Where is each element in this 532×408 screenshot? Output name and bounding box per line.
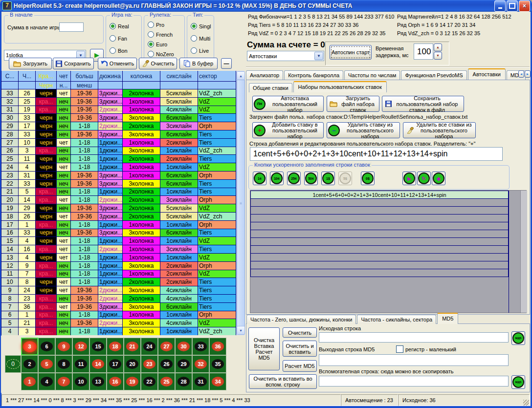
board-cell-30[interactable]: 30 xyxy=(175,338,192,355)
board-cell-23[interactable]: 23 xyxy=(141,355,158,373)
radio-wheel-euro[interactable]: Euro xyxy=(148,41,167,47)
md5-case-checkbox[interactable] xyxy=(396,345,403,353)
column-header[interactable]: сикслайн xyxy=(160,71,198,82)
table-row[interactable]: 3119кра...неч19-362дюжи...1колонка4сикла… xyxy=(1,106,237,114)
board-cell-14[interactable]: 14 xyxy=(89,355,107,373)
spinner-down-icon[interactable]: ▼ xyxy=(434,52,442,60)
board-cell-34[interactable]: 34 xyxy=(209,373,226,390)
table-row[interactable]: 117кра...неч1-181дюжи...1колонка2сиклайн… xyxy=(1,270,237,279)
chip-button-25c[interactable]: 25¢ xyxy=(287,172,301,185)
board-cell-7[interactable]: 7 xyxy=(55,373,72,390)
table-row[interactable]: 244чернчет1-181дюжи...1колонка1сиклайнVd… xyxy=(1,163,237,172)
board-cell-25[interactable]: 25 xyxy=(158,373,175,390)
table-row[interactable]: 736кра...чет19-363дюжи...3колонка6сиклай… xyxy=(1,303,237,311)
chip-button-1c[interactable]: 1¢ xyxy=(253,172,266,185)
chevron-down-icon[interactable]: ▼ xyxy=(314,52,323,60)
bets-list-empty-row[interactable] xyxy=(250,199,509,207)
start-sum-input[interactable] xyxy=(59,22,84,32)
title-bar[interactable]: 7 HelperRoullet 5.3- create helperroulle… xyxy=(0,0,532,12)
column-header[interactable]: чет xyxy=(57,71,71,82)
table-row[interactable]: 2511черннеч1-181дюжи...2колонка2сиклайнT… xyxy=(1,155,237,163)
column-header[interactable] xyxy=(98,82,123,89)
md5-calc-source-button[interactable]: МД5 xyxy=(511,331,525,345)
table-scrollbar[interactable]: ▲ ≡ ▼ xyxy=(236,71,244,335)
table-row[interactable]: 521кра...неч19-362дюжи...3колонка4сиклай… xyxy=(1,319,237,327)
shuffle-chip-button[interactable]: ◆ xyxy=(432,172,445,185)
board-cell-6[interactable]: 6 xyxy=(38,338,55,355)
bets-list-empty-row[interactable] xyxy=(250,269,509,277)
save-set-file-button[interactable]: Сохранить пользовательский набор ставок … xyxy=(382,96,464,112)
board-cell-16[interactable]: 16 xyxy=(107,373,124,390)
board-cell-2[interactable]: 2 xyxy=(21,355,38,373)
collapse-button[interactable]: — xyxy=(221,58,232,69)
remove-all-bets-button[interactable]: Удалить все ставки из пользовательского … xyxy=(403,122,476,138)
board-cell-5[interactable]: 5 xyxy=(38,355,55,373)
board-cell-18[interactable]: 18 xyxy=(107,338,124,355)
bets-list-empty-row[interactable] xyxy=(250,230,509,238)
board-cell-35[interactable]: 35 xyxy=(209,355,226,373)
table-row[interactable]: 3033черннеч19-363дюжи...3колонка6сиклайн… xyxy=(1,114,237,122)
radio-game-fan[interactable]: Fan xyxy=(110,35,127,42)
tab-scroll-right-icon[interactable]: ► xyxy=(525,70,531,78)
chip-button-0d[interactable]: 0$ xyxy=(361,172,375,185)
table-row[interactable]: 1929черннеч19-363дюжи...2колонка5сиклайн… xyxy=(1,204,237,213)
board-cell-13[interactable]: 13 xyxy=(89,373,107,390)
table-row[interactable]: 2331черннеч19-363дюжи...1колонка6сиклайн… xyxy=(1,172,237,180)
maximize-button[interactable] xyxy=(507,0,518,12)
board-cell-11[interactable]: 11 xyxy=(72,355,89,373)
spinner-up-icon[interactable]: ▲ xyxy=(434,43,442,51)
md5-clear-button[interactable]: Очистить xyxy=(283,327,317,338)
board-cell-24[interactable]: 24 xyxy=(141,338,158,355)
table-row[interactable]: 61кра...неч1-181дюжи...1колонка1сиклайнO… xyxy=(1,311,237,320)
spin-chip-button[interactable]: ▶ xyxy=(402,172,416,185)
board-cell-0[interactable]: 0 xyxy=(5,355,21,373)
column-header[interactable] xyxy=(1,82,19,89)
table-row[interactable]: 823кра...неч19-362дюжи...2колонка4сиклай… xyxy=(1,295,237,303)
repeat-chip-button[interactable]: ↻ xyxy=(417,172,431,185)
board-cell-22[interactable]: 22 xyxy=(141,373,158,390)
bet-string-input[interactable] xyxy=(250,147,503,161)
column-header[interactable]: С... xyxy=(1,71,19,82)
table-row[interactable]: 924чернчет19-362дюжи...3колонка4сиклайнT… xyxy=(1,286,237,295)
chip-button-50c[interactable]: 50¢ xyxy=(304,172,318,185)
bets-list-scrollbar[interactable] xyxy=(520,191,527,313)
board-cell-28[interactable]: 28 xyxy=(175,373,192,390)
board-cell-4[interactable]: 4 xyxy=(38,373,55,390)
md5-multi-button[interactable]: Очистка Вставка Расчет MD5 xyxy=(248,327,280,370)
chip-button-1d[interactable]: 1$ xyxy=(321,172,335,185)
subtab-общие-ставки[interactable]: Общие ставки xyxy=(249,83,292,92)
radio-type-multi[interactable]: Multi xyxy=(191,35,210,42)
autobet-user-set-button[interactable]: ПН Автоставка пользовательский набор xyxy=(252,96,324,112)
column-header[interactable]: колонка xyxy=(123,71,160,82)
add-bet-button[interactable]: + Добавить ставку в пользовательский наб… xyxy=(252,122,324,138)
table-row[interactable]: 129кра...неч1-181дюжи...3колонка2сиклайн… xyxy=(1,262,237,270)
board-cell-20[interactable]: 20 xyxy=(124,355,141,373)
clear-button[interactable]: Очистить xyxy=(139,58,177,69)
board-cell-15[interactable]: 15 xyxy=(89,338,107,355)
board-cell-32[interactable]: 32 xyxy=(192,355,209,373)
column-header[interactable] xyxy=(19,82,36,89)
board-cell-3[interactable]: 3 xyxy=(21,338,38,355)
tab-частоты-по-числам[interactable]: Частоты по числам xyxy=(344,70,400,80)
board-cell-29[interactable]: 29 xyxy=(175,355,192,373)
board-cell-10[interactable]: 10 xyxy=(72,373,89,390)
column-header[interactable]: сектор xyxy=(198,71,236,82)
md5-helper-input[interactable] xyxy=(319,376,509,387)
radio-type-live[interactable]: Live xyxy=(191,47,209,54)
board-cell-19[interactable]: 19 xyxy=(124,373,141,390)
remove-bet-button[interactable]: – Удалить ставку из пользовательского на… xyxy=(327,122,400,138)
table-row[interactable]: 1416кра...чет1-182дюжи...1колонка3сиклай… xyxy=(1,245,237,254)
table-row[interactable]: 3225кра...неч19-363дюжи...1колонка5сикла… xyxy=(1,98,237,106)
load-set-file-button[interactable]: Загрузить файл набора ставок xyxy=(327,96,379,112)
tab-scroll-left-icon[interactable]: ◄ xyxy=(518,70,524,78)
md5-clear-paste-button[interactable]: Очистить и вставить xyxy=(283,341,317,357)
table-row[interactable]: 215кра...неч1-181дюжи...2колонка1сиклайн… xyxy=(1,188,237,196)
close-button[interactable]: × xyxy=(519,0,530,12)
table-row[interactable]: 263кра...неч1-181дюжи...3колонка1сиклайн… xyxy=(1,147,237,155)
md5-source-input[interactable] xyxy=(319,332,509,343)
resize-grip[interactable] xyxy=(523,400,529,406)
table-row[interactable]: 2014кра...чет1-182дюжи...2колонка3сиклай… xyxy=(1,196,237,204)
board-cell-31[interactable]: 31 xyxy=(192,373,209,390)
table-row[interactable]: 134чернчет1-181дюжи...1колонка1сиклайнVd… xyxy=(1,254,237,262)
bets-list-empty-row[interactable] xyxy=(250,207,509,215)
